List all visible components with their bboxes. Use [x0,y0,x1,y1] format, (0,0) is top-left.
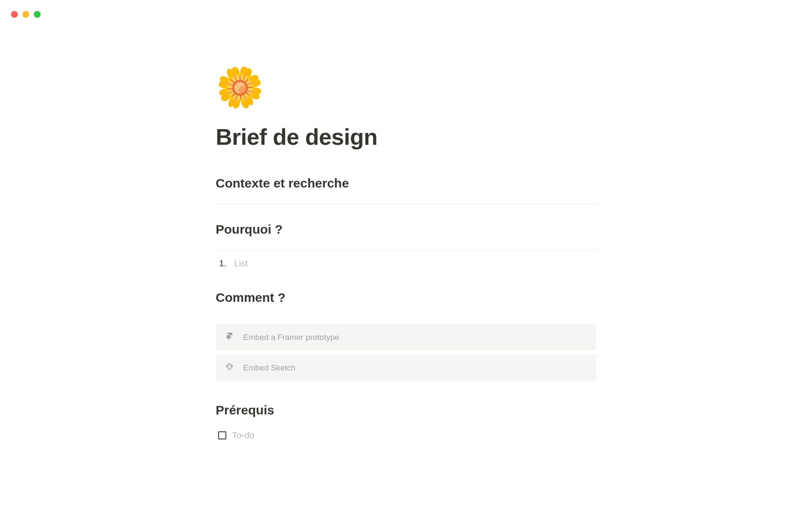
framer-icon [225,332,234,343]
minimize-window-button[interactable] [22,11,29,18]
todo-placeholder[interactable]: To-do [232,430,255,440]
todo-item[interactable]: To-do [216,430,596,440]
numbered-list[interactable]: 1. List [216,258,596,268]
maximize-window-button[interactable] [34,11,41,18]
close-window-button[interactable] [11,11,18,18]
window-controls [11,11,41,18]
checkbox[interactable] [218,431,226,439]
embed-sketch[interactable]: Embed Sketch [216,355,596,381]
heading-contexte[interactable]: Contexte et recherche [216,176,596,190]
embed-label: Embed a Framer prototype [243,333,339,342]
heading-comment[interactable]: Comment ? [216,290,596,305]
divider [216,204,596,204]
heading-pourquoi[interactable]: Pourquoi ? [216,222,596,237]
embed-framer[interactable]: Embed a Framer prototype [216,324,596,351]
app-window: 🌼 Brief de design Contexte et recherche … [0,0,812,508]
heading-prerequis[interactable]: Prérequis [216,403,596,417]
list-number: 1. [219,258,227,268]
page-title[interactable]: Brief de design [216,124,596,150]
sketch-icon [225,362,234,373]
embed-label: Embed Sketch [243,363,296,373]
divider [216,250,596,251]
list-item[interactable]: 1. List [219,258,596,268]
page-icon[interactable]: 🌼 [216,68,264,107]
document-page: 🌼 Brief de design Contexte et recherche … [216,0,596,440]
list-placeholder[interactable]: List [234,258,248,268]
